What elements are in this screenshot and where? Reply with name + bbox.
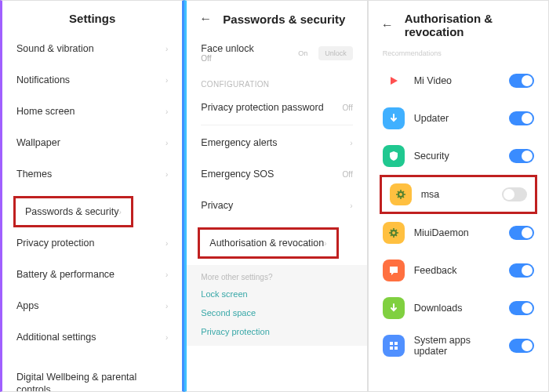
settings-screen: Settings Sound & vibration› Notification… <box>0 0 184 392</box>
item-label: Battery & performance <box>16 269 115 280</box>
down-icon <box>383 297 405 319</box>
list-item[interactable]: Themes› <box>2 158 182 190</box>
svg-rect-3 <box>390 342 393 345</box>
list-item[interactable]: Apps› <box>2 290 182 321</box>
toggle[interactable] <box>509 111 534 125</box>
app-label: Downloads <box>414 303 500 314</box>
chevron-right-icon: › <box>165 139 168 147</box>
passwords-security-item[interactable]: Passwords & security› <box>16 198 131 225</box>
toggle[interactable] <box>509 339 534 353</box>
item-label: Home screen <box>16 106 75 117</box>
list-item[interactable]: Emergency SOSOff <box>187 158 366 190</box>
list-item[interactable]: Battery & performance› <box>2 259 182 290</box>
security-list: Face unlock Off On Unlock Configuration … <box>187 34 366 391</box>
app-row: Downloads <box>369 289 548 327</box>
app-label: Security <box>414 151 500 162</box>
settings-list: Sound & vibration› Notifications› Home s… <box>2 33 182 391</box>
segmented-control: On Unlock <box>292 46 353 60</box>
toggle[interactable] <box>509 226 534 240</box>
shield-icon <box>383 145 405 167</box>
svg-point-1 <box>398 192 403 197</box>
chevron-right-icon: › <box>165 270 168 279</box>
svg-rect-5 <box>390 347 393 350</box>
play-icon <box>383 70 405 92</box>
list-item[interactable]: Notifications› <box>2 64 182 96</box>
app-row: Updater <box>369 100 548 137</box>
face-unlock-row[interactable]: Face unlock Off On Unlock <box>187 34 366 72</box>
list-item[interactable]: Emergency alerts› <box>187 127 366 158</box>
extra-label: More other settings? <box>187 270 366 285</box>
security-screen: ← Passwords & security Face unlock Off O… <box>184 0 367 392</box>
chevron-right-icon: › <box>165 45 168 53</box>
toggle[interactable] <box>502 187 527 201</box>
item-label: Additional settings <box>16 332 96 343</box>
item-value: Off <box>343 170 353 179</box>
app-row: Feedback <box>369 252 548 289</box>
list-item[interactable]: Digital Wellbeing & parental controls <box>2 361 182 391</box>
toggle[interactable] <box>509 74 534 88</box>
chevron-right-icon: › <box>350 139 352 147</box>
chevron-right-icon: › <box>165 170 168 179</box>
app-label: Updater <box>414 113 500 124</box>
item-label: Digital Wellbeing & parental controls <box>16 371 168 391</box>
extra-link[interactable]: Privacy protection <box>187 322 366 341</box>
page-title: Settings <box>2 1 182 33</box>
chevron-right-icon: › <box>165 239 168 248</box>
app-label: Mi Video <box>414 75 500 86</box>
chevron-right-icon: › <box>165 107 168 116</box>
highlight-box: Authorisation & revocation› <box>198 227 338 259</box>
segment-on[interactable]: On <box>292 46 314 60</box>
apps-list: Mi VideoUpdaterSecuritymsaMiuiDaemonFeed… <box>369 62 548 391</box>
segment-unlock[interactable]: Unlock <box>318 46 353 60</box>
gear-icon <box>390 183 412 205</box>
app-label: Feedback <box>414 265 500 276</box>
list-item[interactable]: Additional settings› <box>2 321 182 353</box>
down-icon <box>383 107 405 129</box>
chevron-right-icon: › <box>118 208 121 216</box>
revocation-screen: ← Authorisation & revocation Recommendat… <box>368 0 549 392</box>
section-label: Recommendations <box>369 46 548 62</box>
page-title: Authorisation & revocation <box>405 12 536 38</box>
list-item[interactable]: Privacy protection› <box>2 227 182 259</box>
chevron-right-icon: › <box>324 239 326 248</box>
chevron-right-icon: › <box>165 333 168 342</box>
section-label: Configuration <box>187 72 366 92</box>
header: ← Passwords & security <box>187 1 366 34</box>
app-row: Security <box>369 137 548 175</box>
item-value: Off <box>343 103 353 112</box>
list-item[interactable]: Home screen› <box>2 96 182 127</box>
item-label: Apps <box>16 300 39 311</box>
app-row: System apps updater <box>369 327 548 365</box>
item-label: Emergency alerts <box>201 137 277 148</box>
extra-section: More other settings? Lock screen Second … <box>187 265 366 346</box>
list-item[interactable]: Sound & vibration› <box>2 33 182 64</box>
back-icon[interactable]: ← <box>199 12 212 26</box>
item-label: Wallpaper <box>16 137 60 148</box>
svg-rect-4 <box>394 342 398 345</box>
chevron-right-icon: › <box>165 302 168 310</box>
item-label: Notifications <box>16 74 70 85</box>
extra-link[interactable]: Lock screen <box>187 285 366 303</box>
toggle[interactable] <box>509 301 534 315</box>
list-item[interactable]: Wallpaper› <box>2 127 182 158</box>
list-item[interactable]: Privacy protection passwordOff <box>187 92 366 123</box>
app-row: Mi Video <box>369 62 548 100</box>
extra-link[interactable]: Second space <box>187 303 366 322</box>
chevron-right-icon: › <box>350 201 352 210</box>
chevron-right-icon: › <box>165 76 168 85</box>
svg-marker-0 <box>391 77 398 85</box>
app-label: MiuiDaemon <box>414 227 500 238</box>
item-label: Themes <box>16 169 52 180</box>
item-label: Face unlock <box>201 43 253 54</box>
app-label: System apps updater <box>414 335 500 357</box>
authorisation-revocation-item[interactable]: Authorisation & revocation› <box>200 230 336 256</box>
page-title: Passwords & security <box>223 13 345 26</box>
toggle[interactable] <box>509 263 534 278</box>
app-row: MiuiDaemon <box>369 214 548 252</box>
back-icon[interactable]: ← <box>381 18 394 32</box>
app-row: msa <box>382 177 535 212</box>
list-item[interactable]: Privacy› <box>187 190 366 221</box>
toggle[interactable] <box>509 149 534 163</box>
item-label: Authorisation & revocation <box>209 238 324 249</box>
item-label: Privacy <box>201 200 233 211</box>
